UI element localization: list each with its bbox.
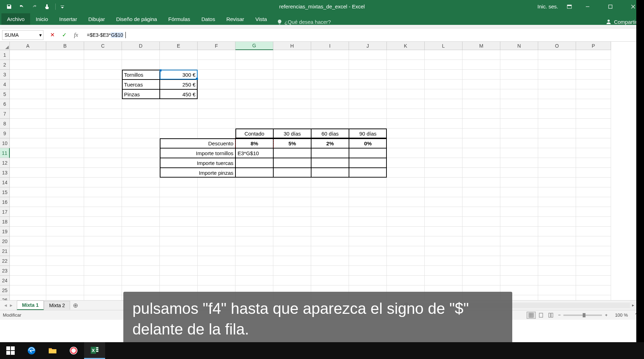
zoom-knob[interactable] [583, 313, 585, 317]
cell[interactable] [387, 119, 425, 129]
cell[interactable] [387, 178, 425, 187]
cell[interactable] [198, 70, 235, 80]
discount-value-cell[interactable]: 8% [235, 138, 273, 148]
cell[interactable] [425, 138, 463, 148]
cell[interactable] [122, 236, 160, 246]
cell[interactable] [538, 217, 576, 227]
row-header-20[interactable]: 20 [0, 236, 10, 246]
importe-value-cell[interactable] [273, 158, 311, 168]
cell[interactable] [198, 129, 235, 138]
column-header-H[interactable]: H [273, 42, 311, 50]
cell[interactable] [311, 178, 349, 187]
column-header-A[interactable]: A [10, 42, 46, 50]
importe-value-cell[interactable] [349, 158, 387, 168]
row-header-24[interactable]: 24 [0, 276, 10, 285]
cell[interactable] [349, 50, 387, 60]
cell[interactable] [10, 99, 46, 109]
cell[interactable] [387, 158, 425, 168]
cell[interactable] [463, 129, 500, 138]
cell[interactable] [576, 109, 611, 119]
cell[interactable] [84, 246, 122, 256]
cell[interactable] [349, 227, 387, 236]
column-header-L[interactable]: L [425, 42, 463, 50]
cell[interactable] [576, 158, 611, 168]
cell[interactable] [311, 80, 349, 89]
cell[interactable] [46, 266, 84, 276]
cell[interactable] [160, 187, 198, 197]
cancel-formula-button[interactable]: ✕ [48, 32, 56, 38]
cell[interactable] [425, 256, 463, 266]
cell[interactable] [576, 197, 611, 207]
cell[interactable] [425, 89, 463, 99]
cell[interactable] [425, 119, 463, 129]
cell[interactable] [311, 256, 349, 266]
importe-value-cell[interactable] [235, 158, 273, 168]
cell[interactable] [349, 70, 387, 80]
cell[interactable] [122, 99, 160, 109]
row-header-26[interactable]: 26 [0, 295, 10, 300]
cell[interactable] [122, 256, 160, 266]
cell[interactable] [311, 109, 349, 119]
cell[interactable] [46, 197, 84, 207]
row-header-23[interactable]: 23 [0, 266, 10, 276]
cell[interactable] [311, 246, 349, 256]
cell[interactable] [463, 266, 500, 276]
cell[interactable] [273, 227, 311, 236]
column-header-B[interactable]: B [46, 42, 84, 50]
enter-formula-button[interactable]: ✓ [60, 32, 68, 38]
cell[interactable] [311, 236, 349, 246]
ribbon-tab-diseño-de-página[interactable]: Diseño de página [110, 13, 163, 25]
cell[interactable] [538, 50, 576, 60]
cell[interactable] [84, 80, 122, 89]
cell[interactable] [46, 168, 84, 178]
cell[interactable] [500, 168, 538, 178]
cell[interactable] [500, 129, 538, 138]
cell[interactable] [500, 246, 538, 256]
cell[interactable] [538, 60, 576, 70]
cell[interactable] [46, 236, 84, 246]
file-explorer[interactable] [42, 342, 63, 359]
cell[interactable] [538, 129, 576, 138]
cell[interactable] [387, 246, 425, 256]
cell[interactable] [538, 99, 576, 109]
cell[interactable] [500, 276, 538, 285]
cell[interactable] [122, 178, 160, 187]
cell[interactable] [273, 256, 311, 266]
cell[interactable] [273, 266, 311, 276]
cell[interactable] [46, 187, 84, 197]
row-header-17[interactable]: 17 [0, 207, 10, 217]
cell[interactable] [46, 60, 84, 70]
cell[interactable] [463, 178, 500, 187]
maximize-button[interactable] [601, 0, 620, 13]
cell[interactable] [10, 227, 46, 236]
row-header-18[interactable]: 18 [0, 217, 10, 227]
cell[interactable] [576, 119, 611, 129]
cell[interactable] [160, 50, 198, 60]
cell[interactable] [538, 236, 576, 246]
cell[interactable] [349, 80, 387, 89]
cell[interactable] [576, 285, 611, 295]
row-header-7[interactable]: 7 [0, 109, 10, 119]
cell[interactable] [576, 70, 611, 80]
cell[interactable] [235, 89, 273, 99]
cell[interactable] [576, 60, 611, 70]
cell[interactable] [463, 197, 500, 207]
sign-in-link[interactable]: Inic. ses. [535, 4, 561, 9]
scroll-right-arrow[interactable]: ► [630, 303, 636, 307]
cell[interactable] [538, 295, 576, 300]
cell[interactable] [500, 236, 538, 246]
cell[interactable] [160, 60, 198, 70]
cell[interactable] [538, 138, 576, 148]
cell[interactable] [387, 138, 425, 148]
cell[interactable] [500, 109, 538, 119]
zoom-out-button[interactable]: − [558, 312, 561, 318]
cell[interactable] [46, 99, 84, 109]
cell[interactable] [10, 129, 46, 138]
ribbon-tab-revisar[interactable]: Revisar [221, 13, 250, 25]
row-header-21[interactable]: 21 [0, 246, 10, 256]
cell[interactable] [349, 276, 387, 285]
cell[interactable] [463, 207, 500, 217]
cell[interactable] [311, 50, 349, 60]
cell[interactable] [84, 285, 122, 295]
cell[interactable] [10, 119, 46, 129]
